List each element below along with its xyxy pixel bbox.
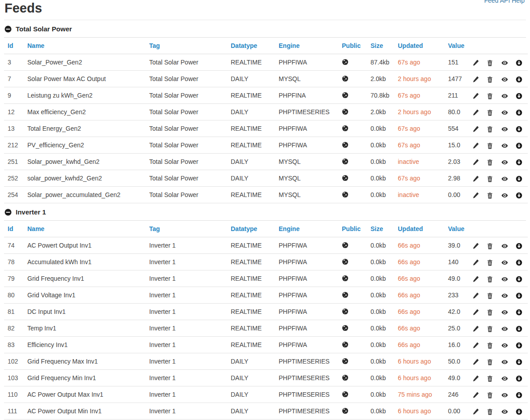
- column-header-size[interactable]: Size: [367, 221, 394, 237]
- public-globe-icon[interactable]: [342, 75, 349, 82]
- trash-delete-icon[interactable]: [487, 109, 493, 116]
- column-header-id[interactable]: Id: [4, 38, 24, 54]
- pencil-edit-icon[interactable]: [472, 375, 479, 382]
- eye-view-icon[interactable]: [501, 408, 508, 415]
- download-circle-icon[interactable]: [516, 359, 522, 365]
- trash-delete-icon[interactable]: [487, 326, 493, 332]
- public-globe-icon[interactable]: [342, 158, 349, 165]
- trash-delete-icon[interactable]: [487, 76, 493, 83]
- download-circle-icon[interactable]: [516, 93, 522, 99]
- eye-view-icon[interactable]: [501, 342, 508, 349]
- column-header-name[interactable]: Name: [24, 221, 146, 237]
- download-circle-icon[interactable]: [516, 159, 522, 166]
- trash-delete-icon[interactable]: [487, 60, 493, 66]
- download-circle-icon[interactable]: [516, 309, 522, 316]
- column-header-datatype[interactable]: Datatype: [227, 38, 275, 54]
- eye-view-icon[interactable]: [501, 109, 508, 116]
- public-globe-icon[interactable]: [342, 341, 349, 348]
- trash-delete-icon[interactable]: [487, 142, 493, 149]
- eye-view-icon[interactable]: [501, 276, 508, 283]
- pencil-edit-icon[interactable]: [472, 359, 479, 365]
- public-globe-icon[interactable]: [342, 191, 349, 198]
- column-header-value[interactable]: Value: [444, 38, 470, 54]
- download-circle-icon[interactable]: [516, 408, 522, 415]
- trash-delete-icon[interactable]: [487, 126, 493, 133]
- trash-delete-icon[interactable]: [487, 176, 493, 182]
- eye-view-icon[interactable]: [501, 392, 508, 399]
- eye-view-icon[interactable]: [501, 359, 508, 365]
- public-globe-icon[interactable]: [342, 125, 349, 132]
- download-circle-icon[interactable]: [516, 375, 522, 382]
- column-header-id[interactable]: Id: [4, 221, 24, 237]
- collapse-minus-icon[interactable]: [4, 26, 12, 33]
- public-globe-icon[interactable]: [342, 108, 349, 115]
- pencil-edit-icon[interactable]: [472, 76, 479, 83]
- download-circle-icon[interactable]: [516, 326, 522, 332]
- column-header-engine[interactable]: Engine: [275, 221, 338, 237]
- download-circle-icon[interactable]: [516, 342, 522, 349]
- pencil-edit-icon[interactable]: [472, 176, 479, 182]
- public-globe-icon[interactable]: [342, 407, 349, 414]
- column-header-name[interactable]: Name: [24, 38, 146, 54]
- public-globe-icon[interactable]: [342, 291, 349, 298]
- eye-view-icon[interactable]: [501, 309, 508, 316]
- column-header-tag[interactable]: Tag: [146, 221, 227, 237]
- public-globe-icon[interactable]: [342, 374, 349, 381]
- column-header-updated[interactable]: Updated: [394, 38, 444, 54]
- pencil-edit-icon[interactable]: [472, 109, 479, 116]
- trash-delete-icon[interactable]: [487, 243, 493, 249]
- trash-delete-icon[interactable]: [487, 93, 493, 99]
- pencil-edit-icon[interactable]: [472, 142, 479, 149]
- column-header-tag[interactable]: Tag: [146, 38, 227, 54]
- public-globe-icon[interactable]: [342, 325, 349, 331]
- eye-view-icon[interactable]: [501, 192, 508, 199]
- pencil-edit-icon[interactable]: [472, 192, 479, 199]
- trash-delete-icon[interactable]: [487, 259, 493, 266]
- download-circle-icon[interactable]: [516, 126, 522, 133]
- public-globe-icon[interactable]: [342, 275, 349, 282]
- column-header-engine[interactable]: Engine: [275, 38, 338, 54]
- public-globe-icon[interactable]: [342, 391, 349, 398]
- download-circle-icon[interactable]: [516, 60, 522, 66]
- public-globe-icon[interactable]: [342, 308, 349, 315]
- public-globe-icon[interactable]: [342, 59, 349, 65]
- trash-delete-icon[interactable]: [487, 159, 493, 166]
- column-header-updated[interactable]: Updated: [394, 221, 444, 237]
- eye-view-icon[interactable]: [501, 159, 508, 166]
- trash-delete-icon[interactable]: [487, 309, 493, 316]
- pencil-edit-icon[interactable]: [472, 243, 479, 249]
- download-circle-icon[interactable]: [516, 76, 522, 83]
- trash-delete-icon[interactable]: [487, 392, 493, 399]
- trash-delete-icon[interactable]: [487, 276, 493, 283]
- eye-view-icon[interactable]: [501, 126, 508, 133]
- feed-api-help-link[interactable]: Feed API Help: [484, 0, 525, 4]
- pencil-edit-icon[interactable]: [472, 276, 479, 283]
- trash-delete-icon[interactable]: [487, 292, 493, 299]
- download-circle-icon[interactable]: [516, 142, 522, 149]
- eye-view-icon[interactable]: [501, 259, 508, 266]
- eye-view-icon[interactable]: [501, 93, 508, 99]
- trash-delete-icon[interactable]: [487, 342, 493, 349]
- feed-group-header[interactable]: Inverter 1: [4, 203, 526, 221]
- pencil-edit-icon[interactable]: [472, 326, 479, 332]
- pencil-edit-icon[interactable]: [472, 60, 479, 66]
- download-circle-icon[interactable]: [516, 192, 522, 199]
- eye-view-icon[interactable]: [501, 142, 508, 149]
- public-globe-icon[interactable]: [342, 141, 349, 148]
- download-circle-icon[interactable]: [516, 292, 522, 299]
- pencil-edit-icon[interactable]: [472, 259, 479, 266]
- public-globe-icon[interactable]: [342, 258, 349, 265]
- pencil-edit-icon[interactable]: [472, 93, 479, 99]
- download-circle-icon[interactable]: [516, 109, 522, 116]
- column-header-size[interactable]: Size: [367, 38, 394, 54]
- pencil-edit-icon[interactable]: [472, 392, 479, 399]
- eye-view-icon[interactable]: [501, 326, 508, 332]
- column-header-value[interactable]: Value: [444, 221, 470, 237]
- public-globe-icon[interactable]: [342, 358, 349, 364]
- download-circle-icon[interactable]: [516, 276, 522, 283]
- trash-delete-icon[interactable]: [487, 192, 493, 199]
- download-circle-icon[interactable]: [516, 259, 522, 266]
- eye-view-icon[interactable]: [501, 292, 508, 299]
- public-globe-icon[interactable]: [342, 175, 349, 181]
- pencil-edit-icon[interactable]: [472, 159, 479, 166]
